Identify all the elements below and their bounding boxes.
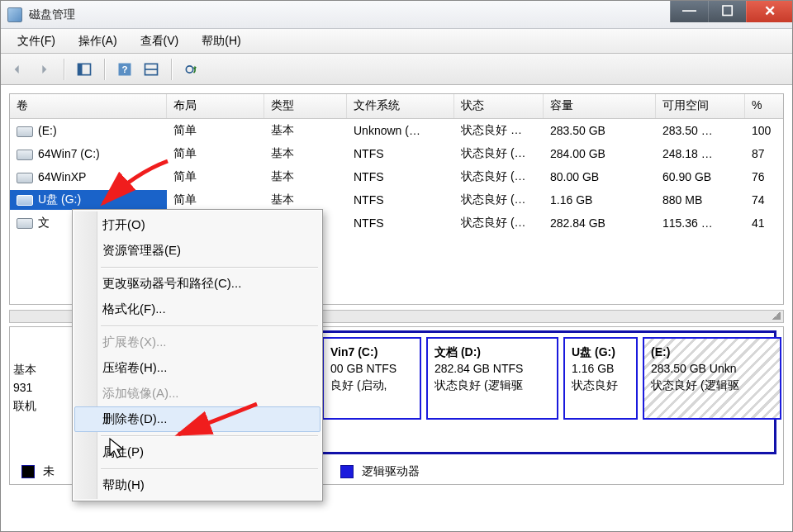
legend-unallocated-icon [21,465,35,478]
ctx-item: 添加镜像(A)... [74,381,321,406]
gear-refresh-icon [183,61,200,78]
ctx-item[interactable]: 打开(O) [74,212,321,238]
close-button[interactable]: ✕ [746,0,792,22]
context-menu: 打开(O)资源管理器(E)更改驱动器号和路径(C)...格式化(F)...扩展卷… [72,209,323,501]
menu-file[interactable]: 文件(F) [6,31,67,51]
legend-unallocated-label: 未 [43,464,55,479]
menu-help[interactable]: 帮助(H) [190,31,252,51]
table-row[interactable]: 64WinXP简单基本NTFS状态良好 (…80.00 GB60.90 GB76 [10,165,783,188]
ctx-separator [101,325,318,326]
arrow-right-icon [36,61,52,78]
menu-view[interactable]: 查看(V) [129,31,191,51]
ctx-separator [101,468,318,469]
col-type[interactable]: 类型 [264,94,347,118]
app-icon [7,7,22,22]
disk-pane: Vin7 (C:)00 GB NTFS良好 (启动,文档 (D:)282.84 … [316,330,776,454]
volume-icon [17,173,33,183]
col-capacity[interactable]: 容量 [544,94,656,118]
volume-icon [17,218,33,229]
disk-type: 基本 [13,363,36,376]
toolbar: ? [1,54,792,85]
toolbar-settings-button[interactable] [180,58,203,81]
partition[interactable]: U盘 (G:)1.16 GB状态良好 [563,337,638,420]
volume-icon [17,195,33,206]
forward-button[interactable] [32,58,55,81]
col-percent[interactable]: % [745,94,780,118]
svg-text:?: ? [121,64,127,74]
menu-action[interactable]: 操作(A) [67,31,129,51]
ctx-item[interactable]: 格式化(F)... [74,297,321,322]
ctx-item: 扩展卷(X)... [74,330,321,355]
arrow-left-icon [9,61,26,78]
toolbar-view-button[interactable] [73,58,96,81]
col-free[interactable]: 可用空间 [656,94,745,118]
help-icon: ? [116,61,133,78]
legend-2: 逻辑驱动器 [340,464,420,479]
toolbar-layout-button[interactable] [140,58,163,81]
disk-state: 联机 [13,399,36,412]
col-status[interactable]: 状态 [454,94,544,118]
separator-icon [64,59,64,80]
help-button[interactable]: ? [113,58,136,81]
disk-info: 基本 931 联机 [13,360,36,415]
col-filesystem[interactable]: 文件系统 [347,94,454,118]
menubar: 文件(F) 操作(A) 查看(V) 帮助(H) [1,29,792,54]
ctx-separator [101,435,318,436]
ctx-item[interactable]: 删除卷(D)... [74,406,321,432]
separator-icon [171,59,172,80]
svg-point-6 [186,65,192,72]
separator-icon [104,59,105,80]
maximize-button[interactable]: ☐ [708,0,746,22]
table-row[interactable]: 64Win7 (C:)简单基本NTFS状态良好 (…284.00 GB248.1… [10,142,783,165]
window-controls: — ☐ ✕ [670,0,792,22]
partition[interactable]: Vin7 (C:)00 GB NTFS良好 (启动, [322,337,421,420]
layout-icon [143,61,159,78]
legend-logical-icon [340,465,354,478]
legend: 未 [21,464,55,479]
ctx-item[interactable]: 帮助(H) [74,473,321,498]
table-row[interactable]: (E:)简单基本Unknown (…状态良好 …283.50 GB283.50 … [10,119,783,142]
partition[interactable]: 文档 (D:)282.84 GB NTFS状态良好 (逻辑驱 [426,337,558,420]
volume-icon [17,126,33,137]
back-button[interactable] [6,58,29,81]
volume-icon [17,150,33,160]
ctx-item[interactable]: 资源管理器(E) [74,238,321,264]
partition[interactable]: (E:)283.50 GB Unkn状态良好 (逻辑驱 [643,337,781,420]
ctx-item[interactable]: 压缩卷(H)... [74,355,321,381]
minimize-button[interactable]: — [670,0,708,22]
col-layout[interactable]: 布局 [167,94,264,118]
titlebar: 磁盘管理 — ☐ ✕ [1,1,792,29]
table-row[interactable]: U盘 (G:)简单基本NTFS状态良好 (…1.16 GB880 MB74 [10,188,783,211]
panel-icon [76,61,93,78]
disk-size: 931 [13,381,32,394]
ctx-separator [101,267,318,268]
col-volume[interactable]: 卷 [10,94,167,118]
ctx-item[interactable]: 属性(P) [74,439,321,465]
column-headers: 卷 布局 类型 文件系统 状态 容量 可用空间 % [10,94,783,119]
legend-logical-label: 逻辑驱动器 [362,464,420,479]
ctx-item[interactable]: 更改驱动器号和路径(C)... [74,271,321,297]
svg-rect-1 [78,64,83,74]
